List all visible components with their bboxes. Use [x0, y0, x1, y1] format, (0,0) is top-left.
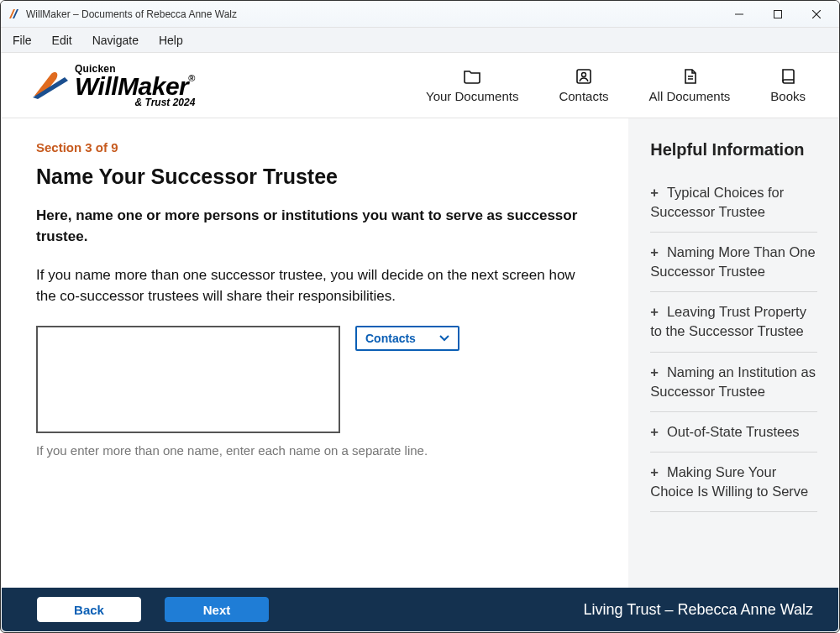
- nav-label: Your Documents: [426, 89, 518, 103]
- window-titlebar: WillMaker – Documents of Rebecca Anne Wa…: [1, 1, 839, 28]
- next-button[interactable]: Next: [165, 597, 269, 622]
- window-maximize-button[interactable]: [759, 1, 797, 28]
- section-indicator: Section 3 of 9: [36, 140, 596, 154]
- nav-label: Books: [770, 89, 806, 103]
- plus-icon: +: [650, 364, 659, 379]
- help-item-label: Making Sure Your Choice Is Willing to Se…: [650, 464, 808, 499]
- instruction-bold: Here, name one or more persons or instit…: [36, 206, 596, 247]
- content-area: Section 3 of 9 Name Your Successor Trust…: [1, 118, 839, 590]
- menu-navigate[interactable]: Navigate: [92, 34, 139, 47]
- help-item-willing-to-serve[interactable]: +Making Sure Your Choice Is Willing to S…: [650, 453, 817, 512]
- window-close-button[interactable]: [797, 1, 836, 28]
- help-panel: Helpful Information +Typical Choices for…: [628, 118, 839, 590]
- help-item-label: Leaving Trust Property to the Successor …: [650, 304, 806, 338]
- close-icon: [812, 10, 821, 18]
- instruction-text: If you name more than one successor trus…: [36, 265, 596, 306]
- contacts-dropdown-label: Contacts: [365, 332, 416, 345]
- help-item-more-than-one[interactable]: +Naming More Than One Successor Trustee: [650, 233, 817, 292]
- window-minimize-button[interactable]: [720, 1, 759, 28]
- plus-icon: +: [650, 464, 659, 479]
- contacts-icon: [575, 67, 593, 86]
- folder-icon: [463, 67, 481, 86]
- minimize-icon: [735, 10, 743, 18]
- plus-icon: +: [650, 185, 659, 200]
- back-button-label: Back: [74, 603, 104, 617]
- main-panel: Section 3 of 9 Name Your Successor Trust…: [1, 118, 628, 590]
- contacts-dropdown[interactable]: Contacts: [355, 326, 459, 351]
- nav-all-documents[interactable]: All Documents: [649, 67, 731, 103]
- footer-bar: Back Next Living Trust – Rebecca Anne Wa…: [2, 588, 838, 631]
- documents-icon: [680, 67, 699, 86]
- nav-label: Contacts: [559, 89, 608, 103]
- maximize-icon: [774, 10, 782, 18]
- input-hint: If you enter more than one name, enter e…: [36, 443, 596, 458]
- help-item-typical-choices[interactable]: +Typical Choices for Successor Trustee: [650, 173, 817, 233]
- menu-edit[interactable]: Edit: [52, 34, 72, 47]
- help-item-label: Naming More Than One Successor Trustee: [650, 244, 815, 279]
- menubar: File Edit Navigate Help: [1, 28, 839, 53]
- nav-label: All Documents: [649, 89, 731, 103]
- page-title: Name Your Successor Trustee: [36, 165, 596, 189]
- app-icon: [8, 8, 21, 21]
- book-icon: [779, 67, 797, 86]
- help-title: Helpful Information: [650, 140, 817, 160]
- svg-rect-1: [774, 10, 782, 18]
- svg-point-5: [581, 73, 585, 77]
- back-button[interactable]: Back: [37, 597, 141, 622]
- plus-icon: +: [650, 244, 659, 259]
- app-logo: Quicken WillMaker® & Trust 2024: [31, 64, 195, 107]
- next-button-label: Next: [203, 603, 231, 617]
- help-item-label: Naming an Institution as Successor Trust…: [650, 364, 816, 399]
- plus-icon: +: [650, 424, 659, 439]
- chevron-down-icon: [439, 335, 449, 342]
- logo-registered-mark: ®: [188, 73, 195, 83]
- nav-your-documents[interactable]: Your Documents: [426, 67, 518, 103]
- help-item-out-of-state[interactable]: +Out-of-State Trustees: [650, 412, 817, 453]
- header-toolbar: Quicken WillMaker® & Trust 2024 Your Doc…: [1, 53, 839, 118]
- quill-icon: [31, 69, 70, 102]
- footer-document-title: Living Trust – Rebecca Anne Walz: [584, 601, 813, 619]
- help-item-label: Typical Choices for Successor Trustee: [650, 185, 784, 219]
- window-title: WillMaker – Documents of Rebecca Anne Wa…: [26, 8, 237, 20]
- nav-books[interactable]: Books: [770, 67, 806, 103]
- help-item-institution[interactable]: +Naming an Institution as Successor Trus…: [650, 353, 817, 412]
- menu-help[interactable]: Help: [159, 34, 183, 47]
- menu-file[interactable]: File: [13, 34, 32, 47]
- help-item-leaving-property[interactable]: +Leaving Trust Property to the Successor…: [650, 292, 817, 352]
- help-item-label: Out-of-State Trustees: [667, 424, 800, 439]
- nav-contacts[interactable]: Contacts: [559, 67, 608, 103]
- successor-trustee-input[interactable]: [36, 326, 340, 433]
- plus-icon: +: [650, 304, 659, 319]
- logo-product-text: WillMaker: [75, 74, 188, 99]
